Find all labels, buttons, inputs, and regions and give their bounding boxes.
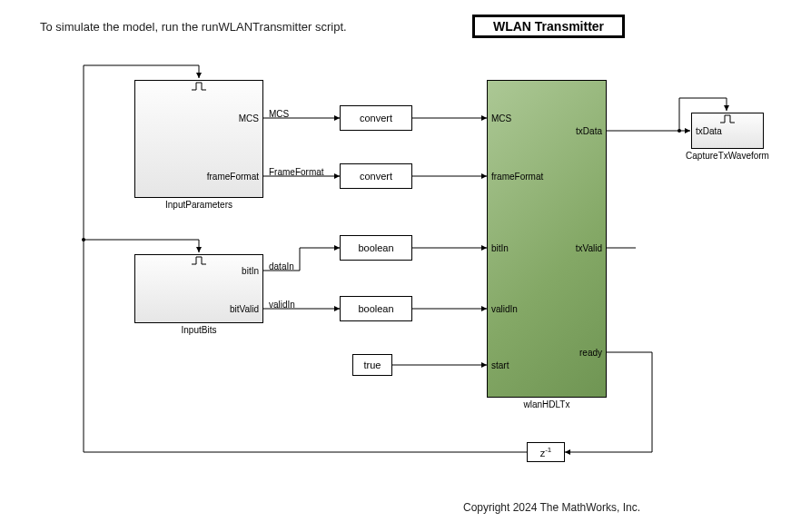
port-in-bitin: bitIn — [491, 243, 509, 253]
constant-true-block[interactable]: true — [352, 354, 392, 376]
wlanhdltx-caption: wlanHDLTx — [487, 399, 607, 409]
port-in-start: start — [491, 360, 509, 370]
port-out-ready: ready — [579, 348, 602, 358]
capture-block[interactable]: txData — [691, 113, 764, 149]
port-label-mcs: MCS — [239, 113, 259, 123]
unit-delay-label: z-1 — [540, 446, 552, 458]
port-label-frameformat: frameFormat — [207, 172, 259, 182]
boolean-block-2[interactable]: boolean — [340, 296, 412, 321]
signal-label-frameformat: FrameFormat — [269, 167, 324, 177]
convert-block-2-label: convert — [360, 171, 392, 182]
convert-block-1-label: convert — [360, 113, 392, 123]
port-in-validin: validIn — [491, 304, 518, 314]
model-title: WLAN Transmitter — [472, 15, 625, 38]
wires-layer — [0, 0, 811, 532]
signal-label-datain: dataIn — [269, 261, 294, 271]
port-out-txdata: txData — [576, 126, 602, 136]
port-label-bitvalid: bitValid — [230, 304, 259, 314]
input-bits-caption: InputBits — [134, 325, 263, 335]
boolean-block-1-label: boolean — [358, 242, 393, 253]
port-label-bitin: bitIn — [242, 266, 259, 276]
convert-block-1[interactable]: convert — [340, 105, 412, 131]
convert-block-2[interactable]: convert — [340, 163, 412, 189]
port-in-txdata: txData — [696, 126, 722, 136]
signal-label-mcs: MCS — [269, 109, 289, 119]
diagram-canvas: To simulate the model, run the runWLANTr… — [0, 0, 811, 532]
signal-label-validin: validIn — [269, 300, 295, 310]
boolean-block-1[interactable]: boolean — [340, 235, 412, 261]
boolean-block-2-label: boolean — [358, 303, 393, 314]
port-in-mcs: MCS — [491, 113, 511, 123]
unit-delay-block[interactable]: z-1 — [527, 442, 565, 462]
input-parameters-block[interactable]: MCS frameFormat — [134, 80, 263, 198]
input-bits-block[interactable]: bitIn bitValid — [134, 254, 263, 323]
instruction-text: To simulate the model, run the runWLANTr… — [40, 20, 347, 34]
wlanhdltx-block[interactable]: MCS frameFormat bitIn validIn start txDa… — [487, 80, 607, 398]
constant-true-label: true — [364, 360, 381, 370]
port-in-frameformat: frameFormat — [491, 172, 543, 182]
copyright-text: Copyright 2024 The MathWorks, Inc. — [463, 501, 640, 514]
capture-caption: CaptureTxWaveform — [679, 151, 776, 161]
port-out-txvalid: txValid — [576, 243, 602, 253]
input-parameters-caption: InputParameters — [134, 200, 263, 210]
